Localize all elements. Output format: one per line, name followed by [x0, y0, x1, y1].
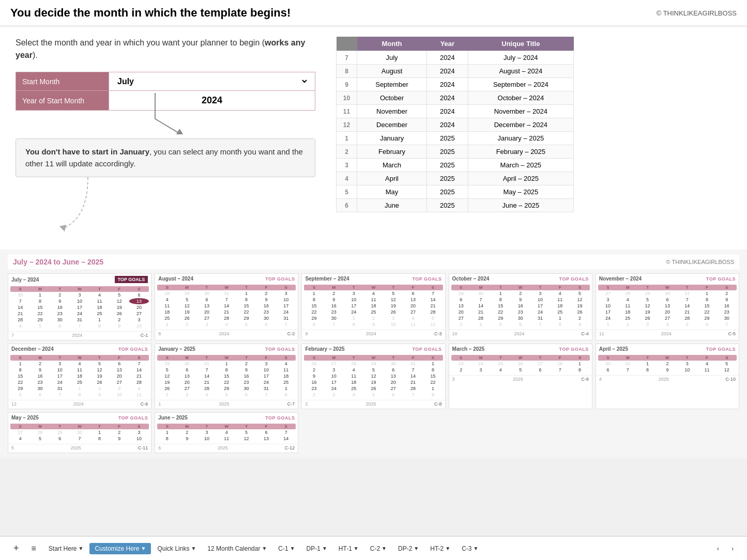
top-goals: TOP GOALS [706, 276, 736, 282]
day-cell: 21 [471, 309, 491, 315]
week-row: 17181920212223 [598, 309, 737, 315]
row-title: February – 2025 [468, 145, 573, 159]
day-cell: 15 [30, 304, 50, 310]
day-cell: 6 [177, 367, 197, 373]
tab-dp-2[interactable]: DP-2 ▼ [393, 543, 424, 554]
tab-c-1[interactable]: C-1 ▼ [273, 543, 300, 554]
tab-12-month-calendar[interactable]: 12 Month Calendar ▼ [202, 543, 272, 554]
day-cell: 26 [363, 385, 383, 392]
dow-cell: S [10, 355, 30, 361]
day-cell: 4 [618, 297, 637, 303]
day-cell: 13 [451, 303, 471, 309]
row-title: November – 2024 [468, 105, 573, 118]
day-cell: 26 [177, 315, 197, 321]
day-cell: 3 [677, 361, 697, 367]
intro-bold: works any year [16, 38, 305, 59]
tab-quick-links[interactable]: Quick Links ▼ [152, 543, 201, 554]
day-cell: 1 [637, 361, 657, 367]
day-cell: 9 [89, 392, 109, 398]
table-row: 6 June 2025 June – 2025 [337, 199, 574, 212]
dow-cell: T [384, 355, 403, 361]
day-cell: 5 [10, 392, 30, 398]
tab-ht-1[interactable]: HT-1 ▼ [333, 543, 364, 554]
day-cell: 2 [304, 367, 324, 373]
day-cell: 5 [236, 429, 256, 435]
row-num: 2 [337, 145, 357, 159]
tab-customize-here[interactable]: Customize Here ▼ [89, 543, 151, 554]
day-cell: 10 [50, 367, 70, 373]
day-cell: 27 [384, 385, 403, 392]
nav-left-button[interactable]: ‹ [712, 543, 724, 554]
dow-cell: F [110, 355, 129, 361]
add-sheet-button[interactable]: + [8, 541, 24, 556]
day-cell: 8 [423, 367, 443, 373]
day-cell: 11 [403, 321, 423, 328]
day-cell: 25 [344, 385, 363, 392]
day-cell: 12 [110, 298, 129, 304]
week-row: 2345678 [451, 367, 590, 373]
row-title: October – 2024 [468, 91, 573, 105]
start-month-select[interactable]: JulyAugustSeptember OctoberNovemberDecem… [115, 76, 309, 86]
row-month: April [357, 172, 427, 185]
tab-start-here[interactable]: Start Here ▼ [43, 543, 89, 554]
day-cell: 19 [177, 309, 197, 315]
day-cell: 8 [276, 392, 296, 398]
dow-row: SMTWTFS [304, 285, 443, 290]
day-cell: 2 [256, 290, 276, 297]
day-cell: 3 [324, 392, 344, 398]
cal-code: C-2 [287, 331, 295, 336]
tab-c-2[interactable]: C-2 ▼ [365, 543, 392, 554]
row-year: 2025 [427, 185, 468, 199]
calendar-block: June – 2025TOP GOALSSMTWTFS1234567891011… [155, 412, 298, 453]
tab-dp-1[interactable]: DP-1 ▼ [301, 543, 332, 554]
dow-cell: F [697, 355, 716, 361]
day-cell: 29 [451, 290, 471, 297]
day-cell: 5 [110, 292, 129, 298]
sheet-menu-button[interactable]: ≡ [26, 542, 41, 555]
day-cell: 28 [423, 309, 443, 315]
day-cell: 28 [677, 315, 697, 321]
day-cell: 17 [598, 309, 618, 315]
dow-cell: M [618, 285, 637, 290]
day-cell: 29 [50, 429, 70, 435]
week-row: 2345678 [304, 392, 443, 398]
cal-month-num: 12 [11, 401, 17, 407]
calendar-block: May – 2025TOP GOALSSMTWTFS27282930123456… [8, 412, 151, 453]
day-cell: 29 [30, 317, 50, 323]
week-row: 2324252627281 [304, 385, 443, 392]
day-cell: 10 [110, 392, 129, 398]
day-cell: 1 [217, 361, 236, 367]
tab-c-3[interactable]: C-3 ▼ [456, 543, 483, 554]
day-cell: 14 [403, 373, 423, 379]
dow-row: SMTWTFS [10, 424, 149, 429]
date-range: July – 2024 to June – 2025 [13, 258, 103, 266]
day-cell: 30 [598, 361, 618, 367]
dow-cell: M [177, 424, 197, 429]
day-cell: 6 [236, 392, 256, 398]
nav-right-button[interactable]: › [726, 543, 739, 554]
row-title: March – 2025 [468, 159, 573, 172]
day-cell: 7 [256, 392, 276, 398]
day-cell: 5 [157, 367, 177, 373]
day-cell: 20 [110, 373, 129, 379]
day-cell: 2 [50, 292, 70, 298]
day-cell: 30 [70, 429, 89, 435]
top-goals-dark: TOP GOALS [115, 276, 148, 283]
row-month: May [357, 185, 427, 199]
day-cell: 16 [717, 303, 737, 309]
row-month: March [357, 159, 427, 172]
day-cell: 10 [276, 297, 296, 303]
dow-cell: T [89, 286, 109, 292]
tab-ht-2[interactable]: HT-2 ▼ [425, 543, 455, 554]
dow-cell: F [403, 355, 423, 361]
week-row: 19202122232425 [157, 379, 296, 385]
week-row: 15161718192021 [304, 303, 443, 309]
header-copyright: © THINKLIKEAGIRLBOSS [657, 9, 737, 17]
start-month-value[interactable]: JulyAugustSeptember OctoberNovemberDecem… [109, 72, 315, 91]
day-cell: 9 [256, 297, 276, 303]
dow-cell: S [129, 286, 149, 292]
cal-code: C-12 [285, 445, 295, 450]
week-row: 9101112131415 [304, 373, 443, 379]
day-cell: 8 [637, 367, 657, 373]
day-cell: 21 [217, 309, 236, 315]
